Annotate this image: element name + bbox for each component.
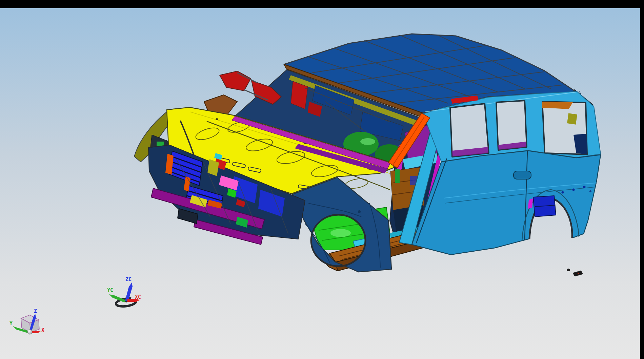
rear-door-window-opening[interactable] bbox=[496, 101, 527, 150]
door-window-opening[interactable] bbox=[450, 104, 489, 157]
datum-y-label: Y bbox=[9, 320, 13, 326]
top-black-bar bbox=[0, 0, 644, 8]
door-handle-recess[interactable] bbox=[514, 171, 531, 179]
wcs-yc-label: YC bbox=[107, 287, 113, 293]
quarter-window-opening[interactable] bbox=[542, 102, 587, 154]
right-black-bar bbox=[640, 8, 644, 359]
cad-application-window: ZC YC XC Z Y X bbox=[0, 0, 644, 359]
datum-x-label: X bbox=[41, 327, 44, 333]
3d-viewport[interactable]: ZC YC XC Z Y X bbox=[0, 8, 644, 359]
datum-z-label: Z bbox=[34, 308, 37, 314]
wcs-zc-label: ZC bbox=[125, 276, 132, 282]
datum-origin-sphere[interactable] bbox=[27, 330, 32, 334]
wcs-xc-label: XC bbox=[135, 294, 141, 300]
